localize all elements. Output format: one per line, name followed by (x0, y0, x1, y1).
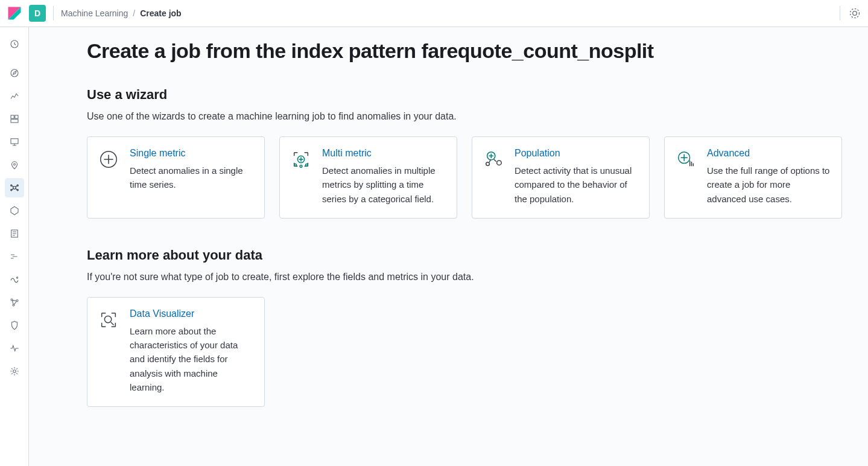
space-initial: D (34, 8, 40, 18)
section-title-wizard: Use a wizard (87, 87, 842, 103)
data-visualizer-icon (98, 310, 119, 330)
svg-point-25 (306, 164, 308, 167)
single-metric-icon (98, 149, 119, 170)
learn-card-grid: Data Visualizer Learn more about the cha… (87, 297, 842, 407)
svg-rect-6 (11, 115, 14, 118)
space-selector[interactable]: D (29, 5, 46, 22)
wizard-card-population[interactable]: Population Detect activity that is unusu… (472, 136, 650, 219)
sidebar-item-graph[interactable] (5, 293, 24, 312)
svg-rect-7 (14, 115, 17, 118)
header-right (840, 6, 861, 21)
multi-metric-icon (291, 149, 311, 170)
card-body: Multi metric Detect anomalies in multipl… (322, 148, 446, 206)
app-body: Create a job from the index pattern fare… (0, 27, 868, 466)
card-title: Single metric (130, 148, 253, 159)
card-body: Population Detect activity that is unusu… (515, 148, 638, 206)
card-description: Detect activity that is unusual compared… (515, 164, 638, 206)
card-description: Detect anomalies in multiple metrics by … (322, 164, 446, 206)
svg-point-3 (853, 11, 857, 16)
card-description: Learn more about the characteristics of … (130, 324, 253, 394)
svg-point-11 (13, 187, 16, 190)
sidebar-item-visualize[interactable] (5, 86, 24, 106)
breadcrumb-current: Create job (140, 8, 181, 18)
page-title: Create a job from the index pattern fare… (87, 39, 842, 63)
card-description: Use the full range of options to create … (707, 164, 831, 206)
svg-point-28 (486, 162, 490, 166)
breadcrumb: Machine Learning / Create job (61, 8, 182, 18)
svg-point-31 (104, 316, 111, 322)
svg-point-19 (16, 300, 18, 302)
header-left: D Machine Learning / Create job (0, 5, 182, 22)
card-title: Multi metric (322, 148, 446, 159)
card-body: Single metric Detect anomalies in a sing… (130, 148, 253, 192)
card-body: Data Visualizer Learn more about the cha… (130, 308, 253, 394)
header-divider (840, 6, 840, 21)
svg-point-10 (13, 164, 15, 165)
wizard-card-single-metric[interactable]: Single metric Detect anomalies in a sing… (87, 136, 265, 219)
svg-point-5 (11, 69, 18, 77)
svg-point-26 (300, 165, 302, 167)
card-title: Population (515, 148, 638, 159)
sidebar-item-management[interactable] (5, 362, 24, 381)
sidebar-item-apm[interactable] (5, 247, 24, 266)
breadcrumb-parent[interactable]: Machine Learning (61, 8, 128, 18)
sidebar-item-machine-learning[interactable] (5, 178, 24, 197)
header-divider (53, 6, 54, 21)
sidebar-item-dashboard[interactable] (5, 109, 24, 129)
wizard-card-multi-metric[interactable]: Multi metric Detect anomalies in multipl… (279, 136, 457, 219)
sidebar-item-siem[interactable] (5, 316, 24, 335)
svg-point-21 (13, 370, 16, 373)
sidebar-item-logs[interactable] (5, 224, 24, 243)
population-icon (483, 149, 504, 170)
sidebar-item-recent[interactable] (5, 34, 24, 54)
breadcrumb-separator: / (133, 8, 135, 18)
wizard-card-advanced[interactable]: Advanced Use the full range of options t… (664, 136, 842, 219)
svg-point-24 (294, 164, 297, 167)
section-description-wizard: Use one of the wizards to create a machi… (87, 111, 842, 122)
section-title-learn: Learn more about your data (87, 247, 842, 263)
sidebar-item-maps[interactable] (5, 155, 24, 174)
card-title: Data Visualizer (130, 308, 253, 319)
sidebar-item-uptime[interactable] (5, 270, 24, 289)
svg-rect-8 (11, 120, 18, 123)
help-icon[interactable] (849, 7, 861, 19)
card-description: Detect anomalies in a single time series… (130, 164, 253, 192)
section-description-learn: If you're not sure what type of job to c… (87, 272, 842, 282)
advanced-icon (676, 149, 696, 170)
svg-point-29 (497, 161, 502, 165)
content-container: Create a job from the index pattern fare… (72, 39, 857, 407)
svg-point-2 (851, 9, 860, 18)
card-title: Advanced (707, 148, 831, 159)
sidebar-item-canvas[interactable] (5, 132, 24, 152)
sidebar-item-discover[interactable] (5, 63, 24, 83)
svg-point-17 (16, 277, 17, 278)
card-body: Advanced Use the full range of options t… (707, 148, 831, 206)
app-header: D Machine Learning / Create job (0, 0, 868, 27)
learn-card-data-visualizer[interactable]: Data Visualizer Learn more about the cha… (87, 297, 265, 407)
main-content: Create a job from the index pattern fare… (29, 27, 868, 466)
kibana-logo-icon[interactable] (7, 6, 22, 21)
wizard-card-grid: Single metric Detect anomalies in a sing… (87, 136, 842, 219)
sidebar-item-infrastructure[interactable] (5, 201, 24, 220)
app-sidebar (0, 27, 29, 466)
sidebar-item-monitoring[interactable] (5, 339, 24, 358)
svg-rect-9 (11, 139, 18, 144)
